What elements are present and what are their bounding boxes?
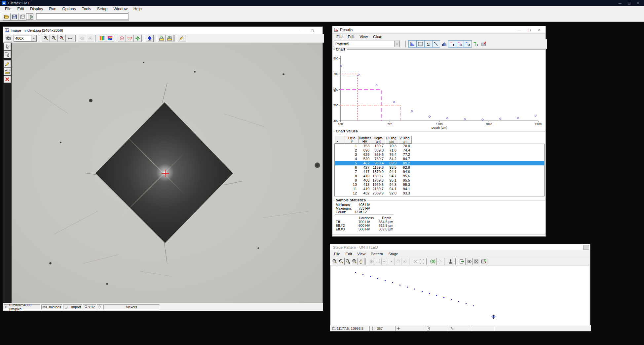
stage-current-position-star[interactable] [491,315,496,319]
open-button[interactable] [3,13,11,20]
stage-add-dot-button[interactable] [388,258,395,265]
distribution-button[interactable] [440,40,448,48]
table-row[interactable]: 2696369.871.674.4 [335,148,544,153]
menu-item-display[interactable]: Display [27,7,46,11]
stage-zoom-select-button[interactable] [345,258,351,265]
column-header-hardness[interactable]: HardnessHV [359,136,371,144]
menu-item-edit[interactable]: Edit [343,252,355,256]
table-row[interactable]: 104131969.594.395.3 [335,183,544,187]
stage-add-grid-button[interactable] [375,258,382,265]
table-row[interactable]: 3629569.676.477.2 [335,153,544,157]
column-header-field[interactable]: Field# [345,136,359,144]
camera-button[interactable] [4,35,12,42]
menu-item-options[interactable]: Options [59,7,79,11]
stage-point[interactable] [422,291,423,292]
sort-column-header[interactable]: ▲ [334,136,345,144]
stage-add-point-button[interactable] [368,258,375,265]
menu-item-edit[interactable]: Edit [345,35,357,39]
stage-point[interactable] [377,278,378,279]
stage-pattern-canvas[interactable] [330,265,589,326]
stage-clear-pattern-button[interactable] [473,258,480,265]
stage-lens-button[interactable] [466,258,473,265]
stage-point[interactable] [473,305,474,306]
run-button[interactable] [28,13,36,20]
menu-item-tools[interactable]: Tools [79,7,94,11]
stage-point[interactable] [466,303,467,304]
save-button[interactable] [11,13,19,20]
measure-tool-button[interactable] [4,68,11,75]
table-row[interactable]: 74171370.094.194.6 [335,170,544,174]
menu-item-view[interactable]: View [357,35,370,39]
menu-item-chart[interactable]: Chart [370,35,385,39]
results-close-button[interactable]: ✕ [534,28,544,32]
export-table-button[interactable] [480,40,488,48]
stage-zoom-out-button[interactable] [338,258,345,265]
app-maximize-button[interactable]: ▢ [627,1,630,5]
table-row[interactable]: 114192169.794.194.1 [335,187,544,191]
column-header-hdiag[interactable]: H Diag.µm [385,136,398,144]
table-row[interactable]: 5462969.489.989.2 [335,161,544,165]
stage-point[interactable] [385,280,386,281]
menu-item-window[interactable]: Window [110,7,131,11]
stage-select-area-button[interactable] [419,258,425,265]
stage-point[interactable] [399,285,400,286]
results-minimize-button[interactable]: — [514,28,524,32]
menu-item-help[interactable]: Help [131,7,145,11]
ellipse-tool-button[interactable] [78,35,86,42]
fit-width-button[interactable] [66,35,74,42]
markerT-toggle[interactable]: T [472,40,480,48]
stage-move-grid-button[interactable] [436,258,443,265]
indent-measure-button[interactable] [158,35,166,42]
stage-point[interactable] [407,287,408,288]
chart-values-toggle[interactable] [416,40,424,48]
image-window-titlebar[interactable]: Image - indent.jpg [2464x2056] — ▢ [3,27,322,34]
hardness-depth-chart[interactable]: 400500600700800160720128018402400Depth (… [333,51,545,130]
indent-manual-measure-button[interactable] [166,35,173,42]
stage-add-circle-center-button[interactable] [401,258,408,265]
table-row[interactable]: 4520769.784.284.7 [335,157,544,161]
annotation-pen-button[interactable] [177,35,185,42]
menu-item-stage[interactable]: Stage [386,252,401,256]
measure-indent-button[interactable] [126,35,134,42]
statistics-toggle[interactable]: Σ [424,40,432,48]
indent-marker-button[interactable] [146,35,154,42]
menu-item-file[interactable]: File [331,252,343,256]
app-close-button[interactable]: ✕ [637,1,639,5]
menu-item-file[interactable]: File [334,35,345,39]
stage-pan-button[interactable] [358,258,364,265]
zoom-cancel-button[interactable] [58,35,66,42]
stage-window-box[interactable] [583,245,589,250]
rect-select-tool-button[interactable] [4,51,11,58]
copy-button[interactable] [19,13,26,20]
gray-levels-button[interactable] [98,35,106,42]
stage-position-button[interactable] [134,35,142,42]
column-header-depth[interactable]: Depthµm [371,136,385,144]
zoom-in-button[interactable] [42,35,50,42]
table-row[interactable]: 64271169.693.592.8 [335,165,544,170]
table-row[interactable]: 84101569.794.795.6 [335,174,544,178]
menu-item-file[interactable]: File [2,7,14,11]
stage-pattern-setup-button[interactable] [480,258,487,265]
stage-add-line-button[interactable] [382,258,388,265]
stage-point[interactable] [392,282,393,283]
marker1-toggle[interactable]: 1 [448,40,456,48]
image-minimize-button[interactable]: — [297,29,307,32]
micrograph-canvas[interactable] [12,43,322,304]
stage-zoom-in-button[interactable] [331,258,338,265]
table-row[interactable]: 124322369.992.093.3 [335,191,544,195]
marker3-toggle[interactable]: 3 [464,40,472,48]
stage-point[interactable] [370,276,371,277]
pattern-dropdown[interactable]: Pattern5 ▼ [334,41,400,47]
zoom-out-button[interactable] [50,35,58,42]
menu-item-edit[interactable]: Edit [14,7,27,11]
stage-goto-button[interactable] [458,258,466,265]
stage-point[interactable] [436,295,437,296]
stage-point[interactable] [414,289,415,290]
brightness-button[interactable] [86,35,94,42]
menu-item-view[interactable]: View [355,252,368,256]
pencil-tool-button[interactable] [4,60,11,68]
stage-delete-button[interactable] [412,258,419,265]
pointer-tool-button[interactable] [4,43,11,51]
menu-item-pattern[interactable]: Pattern [368,252,386,256]
column-header-vdiag[interactable]: V Diag.µm [398,136,412,144]
